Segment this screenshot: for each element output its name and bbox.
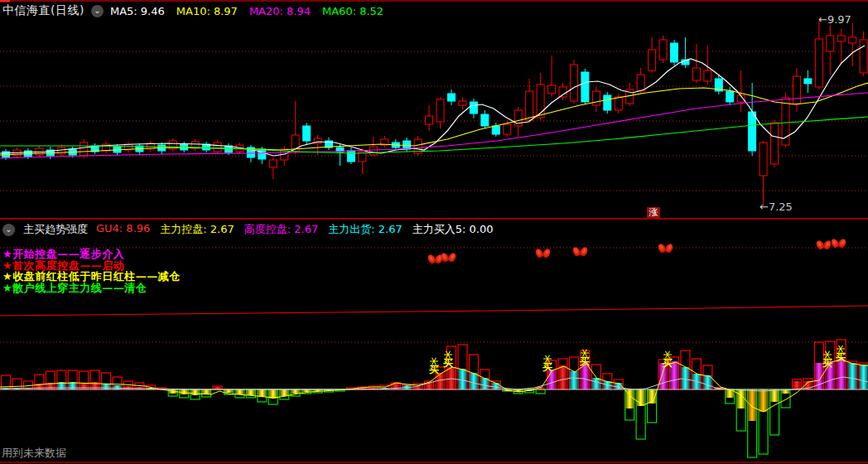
butterfly-icon [658,243,673,254]
buy-label: 买 [836,351,846,363]
buy-signals-layer: 买买买买买买买 [429,346,846,375]
buy-label: 买 [580,355,590,367]
indicator-values: GU4: 8.96主力控盘: 2.67高度控盘: 2.67主力出货: 2.67主… [96,222,493,237]
indicator-header: ⌄ 主买趋势强度 GU4: 8.96主力控盘: 2.67高度控盘: 2.67主力… [0,221,868,238]
future-data-warning: 用到未来数据 [2,446,66,461]
symbol-title: 中信海直(日线) [2,3,84,18]
chevron-down-icon[interactable]: ⌄ [91,5,104,17]
butterfly-icon [832,238,846,249]
buy-label: 买 [663,357,673,369]
buy-label: 买 [443,357,453,369]
indicator-field-1: 主力控盘: 2.67 [160,222,234,237]
butterfly-icon [573,246,587,257]
indicator-field-3: 主力出货: 2.67 [328,222,402,237]
indicator-field-4: 主力买入5: 0.00 [412,222,494,237]
annotation-line-3: ★散户线上穿主力线——清仓 [2,283,181,294]
butterfly-icon [817,239,831,250]
indicator-field-2: 高度控盘: 2.67 [244,222,318,237]
low-price-marker: ←7.25 [760,201,793,213]
candles-layer [2,21,868,205]
trading-terminal: 买买买买买买买 中信海直(日线) ⌄ MA5: 9.46MA10: 8.97MA… [0,0,868,464]
chevron-down-icon[interactable]: ⌄ [2,224,15,236]
histogram-layer [2,340,868,457]
signal-annotations: ★开始控盘——逐步介入★首次高度控盘——启动★收盘前红柱低于昨日红柱——减仓★散… [2,249,181,293]
ma-label-3: MA60: 8.52 [322,5,383,17]
annotation-line-1: ★首次高度控盘——启动 [2,260,181,272]
buy-label: 买 [822,357,832,369]
butterfly-icon [536,248,550,259]
buy-label: 买 [542,361,552,373]
ma-label-0: MA5: 9.46 [110,5,165,17]
butterfly-icon [441,252,456,263]
high-price-marker: ←9.97 [818,13,851,26]
indicator-title: 主买趋势强度 [23,222,88,237]
buy-label: 买 [429,364,439,375]
annotation-line-0: ★开始控盘——逐步介入 [2,249,181,260]
annotation-line-2: ★收盘前红柱低于昨日红柱——减仓 [2,271,181,283]
zhang-event-badge: 涨 [647,207,660,218]
titlebar: 中信海直(日线) ⌄ MA5: 9.46MA10: 8.97MA20: 8.94… [0,2,868,20]
ma-legend: MA5: 9.46MA10: 8.97MA20: 8.94MA60: 8.52 [110,5,383,17]
ma-label-2: MA20: 8.94 [249,5,311,17]
ma-label-1: MA10: 8.97 [176,5,238,17]
indicator-field-0: GU4: 8.96 [96,222,150,237]
